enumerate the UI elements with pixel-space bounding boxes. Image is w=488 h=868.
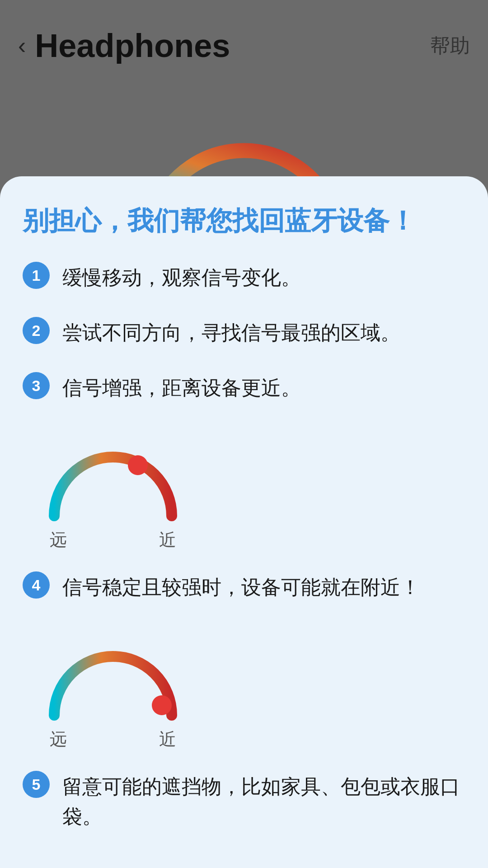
step-2-badge: 2	[23, 317, 50, 344]
gauge-1-near-label: 近	[159, 528, 176, 552]
step-2-item: 2 尝试不同方向，寻找信号最强的区域。	[23, 315, 465, 348]
step-4-item: 4 信号稳定且较强时，设备可能就在附近！	[23, 570, 465, 602]
gauge-1-indicator	[128, 455, 148, 475]
step-1-text: 缓慢移动，观察信号变化。	[62, 260, 301, 292]
gauge-2-far-label: 远	[50, 728, 67, 751]
gauge-1-far-label: 远	[50, 528, 67, 552]
step-5-item: 5 留意可能的遮挡物，比如家具、包包或衣服口袋。	[23, 769, 465, 831]
back-button[interactable]: ‹	[18, 34, 26, 57]
card-title: 别担心，我们帮您找回蓝牙设备！	[23, 203, 465, 237]
gauge-2-near-label: 近	[159, 728, 176, 751]
step-2-text: 尝试不同方向，寻找信号最强的区域。	[62, 315, 400, 348]
instructions-card: 别担心，我们帮您找回蓝牙设备！ 1 缓慢移动，观察信号变化。 2 尝试不同方向，…	[0, 176, 488, 868]
step-5-text: 留意可能的遮挡物，比如家具、包包或衣服口袋。	[62, 769, 465, 831]
gauge-1-container: 远 近	[23, 425, 465, 552]
gauge-2-svg	[41, 625, 185, 724]
gauge-2-labels: 远 近	[50, 728, 176, 751]
step-3-badge: 3	[23, 372, 50, 399]
gauge-1-svg	[41, 425, 185, 525]
gauge-2-container: 远 近	[23, 625, 465, 751]
gauge-1-svg-wrap	[41, 425, 185, 525]
gauge-1-labels: 远 近	[50, 528, 176, 552]
step-1-item: 1 缓慢移动，观察信号变化。	[23, 260, 465, 292]
step-4-text: 信号稳定且较强时，设备可能就在附近！	[62, 570, 420, 602]
help-button[interactable]: 帮助	[430, 33, 470, 59]
step-3-text: 信号增强，距离设备更近。	[62, 370, 301, 403]
step-5-badge: 5	[23, 771, 50, 798]
app-header: ‹ Headphones 帮助	[0, 0, 488, 78]
step-3-item: 3 信号增强，距离设备更近。	[23, 370, 465, 403]
step-1-badge: 1	[23, 262, 50, 289]
page-title: Headphones	[35, 27, 430, 64]
step-4-badge: 4	[23, 571, 50, 599]
gauge-2-indicator	[152, 695, 172, 715]
gauge-2-svg-wrap	[41, 625, 185, 724]
